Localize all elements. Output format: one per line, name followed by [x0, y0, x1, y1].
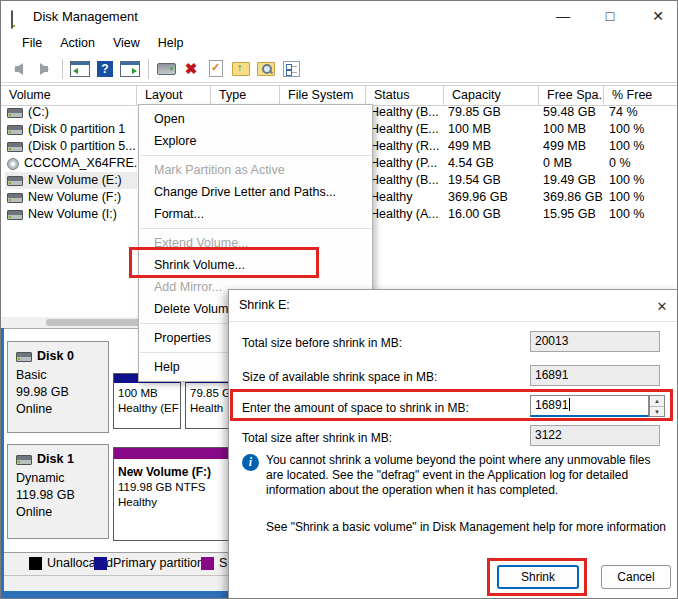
close-button[interactable]: ✕ [641, 1, 675, 31]
toolbar: ? ✖ ✓ ↑ [1, 55, 678, 83]
legend-unallocated-swatch [29, 557, 42, 570]
disk-icon [7, 210, 23, 220]
disk-icon [7, 193, 23, 203]
disk0-label-box[interactable]: Disk 0 Basic 99.98 GB Online [7, 341, 109, 433]
menu-action[interactable]: Action [51, 33, 104, 53]
disk1-status: Online [16, 504, 108, 521]
app-icon [11, 10, 13, 29]
shrink-dialog: Shrink E: ✕ Total size before shrink in … [228, 289, 678, 599]
folder-search-icon[interactable] [254, 58, 278, 80]
col-filesystem[interactable]: File System [280, 86, 366, 105]
disk0-kind: Basic [16, 367, 108, 384]
label-total-before: Total size before shrink in MB: [242, 336, 402, 350]
col-status[interactable]: Status [366, 86, 444, 105]
disk-icon [7, 142, 23, 152]
legend-simple-swatch [201, 557, 214, 570]
forward-icon[interactable] [32, 58, 56, 80]
disk-icon [16, 352, 32, 362]
field-total-before: 20013 [530, 331, 660, 352]
delete-icon[interactable]: ✖ [179, 58, 203, 80]
volume-table-header: Volume Layout Type File System Status Ca… [1, 85, 678, 106]
dialog-close-icon[interactable]: ✕ [649, 294, 675, 318]
toolbar-separator [62, 59, 63, 79]
legend-primary-label: Primary partition [113, 556, 204, 570]
label-available-shrink: Size of available shrink space in MB: [242, 370, 437, 384]
maximize-button[interactable]: □ [593, 1, 627, 31]
menu-item-explore[interactable]: Explore [139, 130, 372, 152]
disk1-size: 119.98 GB [16, 487, 108, 504]
disk-management-window: Disk Management — □ ✕ File Action View H… [0, 0, 678, 599]
show-action-pane-icon[interactable] [118, 58, 142, 80]
annotation-shrink-button [487, 558, 587, 596]
disk-icon [7, 176, 23, 186]
menu-separator [140, 228, 371, 229]
minimize-button[interactable]: — [546, 1, 580, 31]
menu-bar: File Action View Help [1, 31, 678, 55]
field-total-after: 3122 [530, 425, 660, 446]
disk-icon [7, 125, 23, 135]
col-layout[interactable]: Layout [137, 86, 211, 105]
cd-icon [7, 158, 19, 170]
info-icon: i [242, 454, 259, 471]
field-available-shrink: 16891 [530, 365, 660, 386]
legend-simple-label: S [219, 556, 227, 570]
menu-item-open[interactable]: Open [139, 108, 372, 130]
menu-item-mark-partition-active: Mark Partition as Active [139, 159, 372, 181]
help-text: See "Shrink a basic volume" in Disk Mana… [266, 520, 670, 534]
menu-file[interactable]: File [13, 33, 51, 53]
disk-icon [16, 455, 32, 465]
disk0-size: 99.98 GB [16, 384, 108, 401]
window-title: Disk Management [33, 9, 138, 24]
menu-help[interactable]: Help [149, 33, 193, 53]
annotation-shrink-volume [129, 247, 319, 278]
desktop-background [1, 328, 4, 599]
disk-console-icon[interactable] [154, 58, 178, 80]
menu-item-change-drive-letter[interactable]: Change Drive Letter and Paths... [139, 181, 372, 203]
menu-item-format[interactable]: Format... [139, 203, 372, 225]
back-icon[interactable] [7, 58, 31, 80]
col-type[interactable]: Type [211, 86, 280, 105]
task-check-icon[interactable]: ✓ [204, 58, 228, 80]
cancel-button[interactable]: Cancel [601, 565, 671, 589]
menu-separator [140, 155, 371, 156]
info-text: You cannot shrink a volume beyond the po… [266, 453, 670, 498]
col-volume[interactable]: Volume [1, 86, 137, 105]
menu-view[interactable]: View [104, 33, 149, 53]
disk1-label-box[interactable]: Disk 1 Dynamic 119.98 GB Online [7, 444, 109, 539]
col-pctfree[interactable]: % Free [604, 86, 678, 105]
annotation-amount-row [230, 389, 673, 421]
col-capacity[interactable]: Capacity [444, 86, 539, 105]
dialog-title-separator [229, 321, 678, 322]
folder-up-icon[interactable]: ↑ [229, 58, 253, 80]
details-list-icon[interactable] [279, 58, 303, 80]
disk1-kind: Dynamic [16, 470, 108, 487]
title-bar: Disk Management — □ ✕ [1, 1, 678, 31]
dialog-title: Shrink E: [239, 298, 290, 312]
legend-primary-swatch [94, 557, 107, 570]
toolbar-separator [148, 59, 149, 79]
disk-icon [7, 108, 23, 118]
show-console-tree-icon[interactable] [68, 58, 92, 80]
help-icon[interactable]: ? [93, 58, 117, 80]
col-freespace[interactable]: Free Spa... [539, 86, 604, 105]
label-total-after: Total size after shrink in MB: [242, 431, 392, 445]
disk0-status: Online [16, 401, 108, 418]
